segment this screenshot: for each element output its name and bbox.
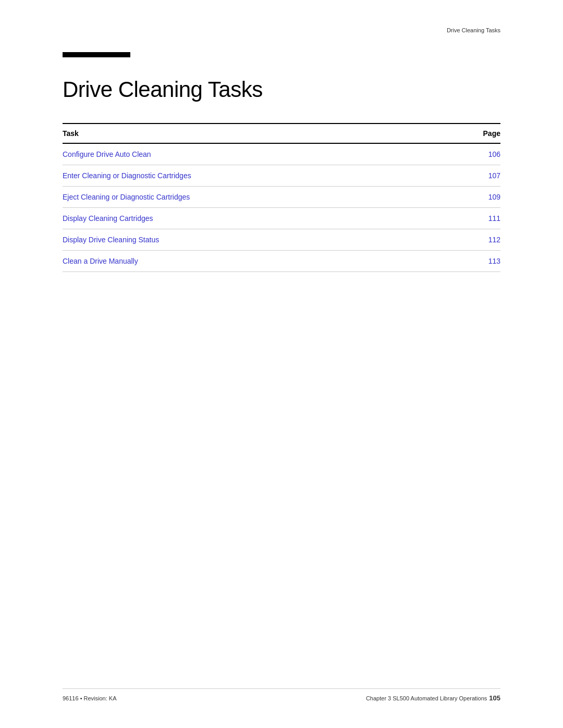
chapter-bar (63, 52, 130, 57)
footer-page-number: 105 (489, 694, 500, 702)
main-content: Drive Cleaning Tasks Task Page Configure… (63, 63, 500, 272)
table-row: Display Cleaning Cartridges111 (63, 208, 500, 229)
table-row: Eject Cleaning or Diagnostic Cartridges1… (63, 187, 500, 208)
chapter-title: Drive Cleaning Tasks (63, 77, 500, 102)
task-link[interactable]: Configure Drive Auto Clean (63, 150, 151, 158)
task-link[interactable]: Enter Cleaning or Diagnostic Cartridges (63, 171, 191, 180)
page-cell: 107 (448, 165, 500, 187)
page-cell: 106 (448, 143, 500, 165)
footer-right: Chapter 3 SL500 Automated Library Operat… (366, 694, 500, 702)
col-page-header: Page (448, 124, 500, 143)
col-task-header: Task (63, 124, 448, 143)
table-row: Display Drive Cleaning Status112 (63, 229, 500, 251)
task-link[interactable]: Clean a Drive Manually (63, 257, 138, 265)
task-cell[interactable]: Clean a Drive Manually (63, 251, 448, 272)
task-link[interactable]: Eject Cleaning or Diagnostic Cartridges (63, 193, 190, 201)
page-cell: 112 (448, 229, 500, 251)
task-table: Task Page Configure Drive Auto Clean106E… (63, 123, 500, 272)
task-cell[interactable]: Display Drive Cleaning Status (63, 229, 448, 251)
footer: 96116 • Revision: KA Chapter 3 SL500 Aut… (63, 688, 500, 702)
table-row: Enter Cleaning or Diagnostic Cartridges1… (63, 165, 500, 187)
task-cell[interactable]: Display Cleaning Cartridges (63, 208, 448, 229)
task-cell[interactable]: Configure Drive Auto Clean (63, 143, 448, 165)
task-cell[interactable]: Eject Cleaning or Diagnostic Cartridges (63, 187, 448, 208)
task-link[interactable]: Display Cleaning Cartridges (63, 214, 153, 223)
footer-right-prefix: Chapter 3 SL500 Automated Library Operat… (366, 695, 487, 701)
page: Drive Cleaning Tasks Drive Cleaning Task… (0, 0, 563, 728)
page-cell: 109 (448, 187, 500, 208)
task-cell[interactable]: Enter Cleaning or Diagnostic Cartridges (63, 165, 448, 187)
task-link[interactable]: Display Drive Cleaning Status (63, 236, 159, 244)
page-cell: 113 (448, 251, 500, 272)
page-cell: 111 (448, 208, 500, 229)
table-row: Configure Drive Auto Clean106 (63, 143, 500, 165)
header-page-title: Drive Cleaning Tasks (447, 27, 500, 33)
footer-left: 96116 • Revision: KA (63, 695, 117, 701)
table-row: Clean a Drive Manually113 (63, 251, 500, 272)
